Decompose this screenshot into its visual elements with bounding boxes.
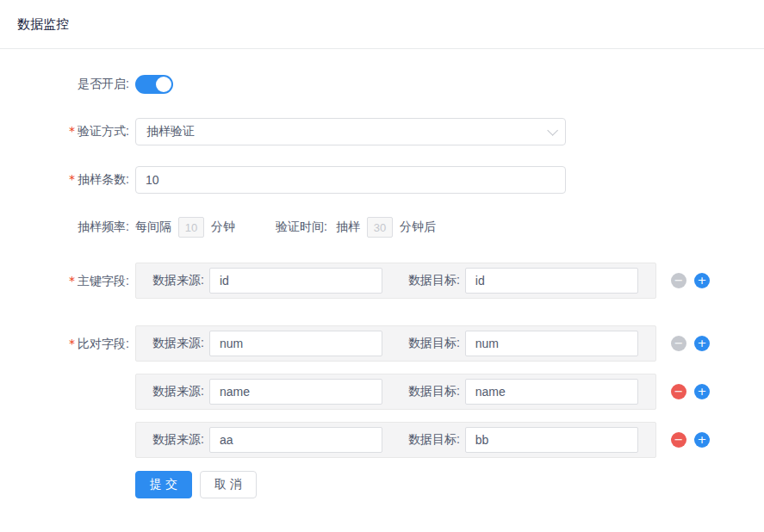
enable-switch[interactable] (135, 75, 173, 94)
source-label: 数据来源: (152, 336, 204, 351)
source-label: 数据来源: (152, 273, 204, 288)
mapping-panel: 数据来源: 数据目标: (135, 422, 656, 458)
compare-target-input-3[interactable] (465, 427, 638, 453)
chevron-down-icon (547, 125, 558, 136)
required-mark: * (69, 172, 75, 186)
monitor-form: 是否开启: *验证方式: 抽样验证 *抽样条数: 抽样频率: 每间隔 分钟 (0, 49, 764, 498)
verify-method-row: *验证方式: 抽样验证 (0, 118, 764, 145)
required-mark: * (69, 274, 75, 288)
add-row-button[interactable]: + (694, 273, 710, 288)
frequency-label: 抽样频率: (0, 220, 129, 235)
frequency-suffix: 分钟 (211, 220, 235, 235)
compare-source-input-2[interactable] (209, 379, 382, 405)
sample-count-input[interactable] (135, 166, 566, 194)
verify-method-select[interactable]: 抽样验证 (135, 118, 566, 145)
sample-count-row: *抽样条数: (0, 166, 764, 194)
sample-count-label: *抽样条数: (0, 172, 129, 188)
verify-time-suffix: 分钟后 (400, 220, 436, 235)
switch-knob (156, 77, 171, 92)
compare-field-label: *比对字段: (0, 325, 129, 362)
mapping-panel: 数据来源: 数据目标: (135, 374, 656, 410)
primary-field-row: *主键字段: 数据来源: 数据目标: − + (0, 263, 764, 299)
target-label: 数据目标: (408, 432, 460, 448)
primary-target-input[interactable] (465, 268, 638, 294)
page-header: 数据监控 (0, 0, 764, 49)
source-label: 数据来源: (152, 432, 204, 448)
enable-row: 是否开启: (0, 75, 764, 94)
required-mark: * (69, 124, 75, 138)
compare-target-input-2[interactable] (465, 379, 638, 405)
target-label: 数据目标: (408, 384, 460, 399)
compare-mapping-row: 数据来源: 数据目标: − + (135, 422, 710, 458)
verify-time-label: 验证时间: (276, 220, 327, 235)
primary-mapping-row: 数据来源: 数据目标: − + (135, 263, 710, 299)
target-label: 数据目标: (408, 273, 460, 288)
frequency-row: 抽样频率: 每间隔 分钟 验证时间: 抽样 分钟后 (0, 217, 764, 238)
primary-source-input[interactable] (209, 268, 382, 294)
verify-method-label: *验证方式: (0, 124, 129, 139)
target-label: 数据目标: (408, 336, 460, 351)
required-mark: * (69, 337, 75, 350)
cancel-button[interactable]: 取 消 (200, 471, 257, 498)
frequency-input (178, 217, 204, 238)
actions-row: 提 交 取 消 (0, 471, 764, 498)
enable-label: 是否开启: (0, 77, 129, 92)
compare-source-input-3[interactable] (209, 427, 382, 453)
compare-mapping-row: 数据来源: 数据目标: − + (135, 325, 710, 362)
compare-target-input-1[interactable] (465, 331, 638, 356)
verify-time-prefix: 抽样 (336, 220, 360, 235)
add-row-button[interactable]: + (694, 432, 710, 448)
compare-source-input-1[interactable] (209, 331, 382, 356)
add-row-button[interactable]: + (694, 384, 710, 399)
remove-row-button-disabled: − (671, 336, 686, 351)
mapping-panel: 数据来源: 数据目标: (135, 325, 656, 362)
submit-button[interactable]: 提 交 (135, 471, 192, 498)
page-title: 数据监控 (17, 16, 69, 33)
primary-field-label: *主键字段: (0, 263, 129, 299)
source-label: 数据来源: (152, 384, 204, 399)
frequency-prefix: 每间隔 (135, 220, 171, 235)
selected-value: 抽样验证 (146, 124, 195, 139)
remove-row-button[interactable]: − (671, 432, 686, 448)
add-row-button[interactable]: + (694, 336, 710, 351)
remove-row-button[interactable]: − (671, 384, 686, 399)
mapping-panel: 数据来源: 数据目标: (135, 263, 656, 299)
compare-field-row: *比对字段: 数据来源: 数据目标: − + 数据来源: 数据目标: (0, 325, 764, 458)
verify-time-input (367, 217, 393, 238)
compare-mapping-row: 数据来源: 数据目标: − + (135, 374, 710, 410)
remove-row-button-disabled: − (671, 273, 686, 288)
